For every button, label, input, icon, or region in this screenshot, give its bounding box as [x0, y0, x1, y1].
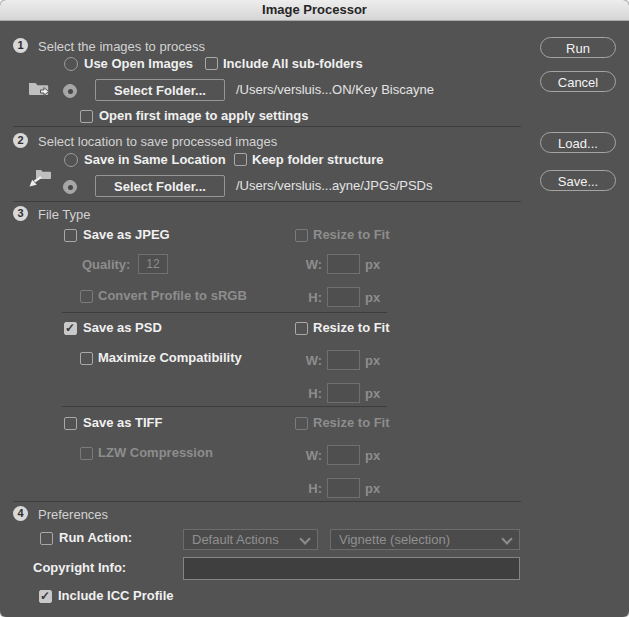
- action-set-value: Default Actions: [192, 532, 279, 547]
- include-icc-checkbox[interactable]: [39, 590, 52, 603]
- jpeg-w-px: px: [365, 257, 380, 272]
- separator: [13, 126, 521, 127]
- include-subfolders-checkbox[interactable]: [205, 57, 218, 70]
- psd-w-px: px: [365, 353, 380, 368]
- s2-select-folder-button[interactable]: Select Folder...: [95, 175, 225, 197]
- action-set-dropdown: Default Actions: [183, 529, 318, 550]
- save-button[interactable]: Save...: [540, 170, 616, 191]
- save-as-psd-checkbox[interactable]: [64, 322, 77, 335]
- copyright-label: Copyright Info:: [33, 560, 126, 575]
- tiff-resize-label: Resize to Fit: [313, 415, 390, 430]
- section-2-badge: 2: [13, 133, 28, 148]
- lzw-checkbox: [80, 447, 93, 460]
- include-icc-label: Include ICC Profile: [58, 588, 174, 603]
- s2-select-folder-radio[interactable]: [63, 180, 77, 194]
- tiff-h-px: px: [365, 481, 380, 496]
- tiff-w-px: px: [365, 448, 380, 463]
- run-button[interactable]: Run: [540, 37, 616, 58]
- save-as-jpeg-checkbox[interactable]: [64, 229, 77, 242]
- quality-input: [138, 254, 168, 274]
- open-first-label: Open first image to apply settings: [99, 108, 308, 123]
- save-as-tiff-label: Save as TIFF: [83, 415, 162, 430]
- open-images-folder-icon: [28, 80, 52, 98]
- convert-srgb-checkbox: [80, 290, 93, 303]
- convert-srgb-label: Convert Profile to sRGB: [98, 288, 247, 303]
- jpeg-resize-checkbox: [295, 229, 308, 242]
- separator: [13, 501, 521, 502]
- section-1-header: Select the images to process: [38, 39, 205, 54]
- open-first-checkbox[interactable]: [80, 110, 93, 123]
- tiff-resize-checkbox: [295, 417, 308, 430]
- use-open-images-label: Use Open Images: [84, 56, 193, 71]
- psd-resize-checkbox[interactable]: [295, 322, 308, 335]
- save-same-location-label: Save in Same Location: [84, 152, 226, 167]
- copyright-input[interactable]: [183, 557, 520, 580]
- save-as-psd-label: Save as PSD: [83, 320, 162, 335]
- action-item-dropdown: Vignette (selection): [330, 529, 520, 550]
- save-same-location-radio[interactable]: [64, 153, 78, 167]
- tiff-w-input: [327, 445, 360, 465]
- s1-select-folder-radio[interactable]: [63, 84, 77, 98]
- tiff-h-label: H:: [295, 481, 322, 496]
- s2-selected-path: /Users/versluis...ayne/JPGs/PSDs: [236, 178, 433, 193]
- psd-w-label: W:: [295, 353, 322, 368]
- keep-folder-structure-label: Keep folder structure: [252, 152, 383, 167]
- jpeg-w-label: W:: [295, 257, 322, 272]
- save-as-jpeg-label: Save as JPEG: [83, 227, 170, 242]
- save-folder-icon: [28, 168, 52, 188]
- section-1-badge: 1: [13, 38, 28, 53]
- maximize-compat-checkbox[interactable]: [80, 352, 93, 365]
- image-processor-dialog: Image Processor Run Cancel Load... Save.…: [0, 0, 629, 617]
- psd-w-input: [327, 350, 360, 370]
- psd-h-input: [327, 383, 360, 403]
- include-subfolders-label: Include All sub-folders: [223, 56, 363, 71]
- chevron-down-icon: [299, 533, 310, 544]
- section-3-header: File Type: [38, 207, 91, 222]
- titlebar[interactable]: Image Processor: [0, 0, 629, 21]
- jpeg-h-label: H:: [295, 290, 322, 305]
- maximize-compat-label: Maximize Compatibility: [98, 350, 242, 365]
- use-open-images-radio[interactable]: [64, 57, 78, 71]
- jpeg-h-input: [327, 287, 360, 307]
- quality-label: Quality:: [82, 257, 130, 272]
- separator: [62, 406, 387, 407]
- separator: [62, 312, 387, 313]
- load-button[interactable]: Load...: [540, 132, 616, 153]
- section-4-header: Preferences: [38, 507, 108, 522]
- keep-folder-structure-checkbox[interactable]: [234, 153, 247, 166]
- psd-h-label: H:: [295, 386, 322, 401]
- window-title: Image Processor: [262, 2, 367, 17]
- psd-h-px: px: [365, 386, 380, 401]
- section-3-badge: 3: [13, 206, 28, 221]
- tiff-w-label: W:: [295, 448, 322, 463]
- lzw-label: LZW Compression: [98, 445, 213, 460]
- run-action-label: Run Action:: [59, 530, 132, 545]
- jpeg-resize-label: Resize to Fit: [313, 227, 390, 242]
- separator: [13, 201, 521, 202]
- save-as-tiff-checkbox[interactable]: [64, 417, 77, 430]
- jpeg-w-input: [327, 254, 360, 274]
- tiff-h-input: [327, 478, 360, 498]
- cancel-button[interactable]: Cancel: [540, 71, 616, 92]
- s1-select-folder-button[interactable]: Select Folder...: [95, 79, 225, 101]
- run-action-checkbox[interactable]: [40, 532, 53, 545]
- chevron-down-icon: [501, 533, 512, 544]
- section-2-header: Select location to save processed images: [38, 134, 277, 149]
- psd-resize-label: Resize to Fit: [313, 320, 390, 335]
- s1-selected-path: /Users/versluis...ON/Key Biscayne: [236, 82, 434, 97]
- jpeg-h-px: px: [365, 290, 380, 305]
- section-4-badge: 4: [13, 506, 28, 521]
- action-item-value: Vignette (selection): [339, 532, 450, 547]
